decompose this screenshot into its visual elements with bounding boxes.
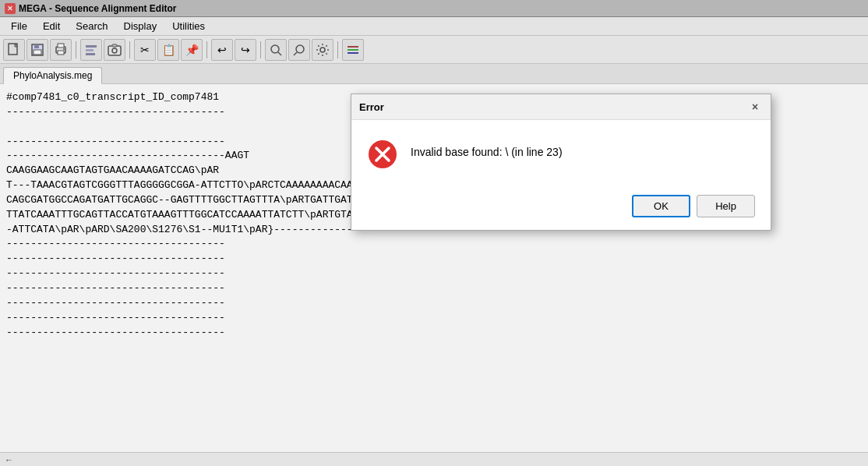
dialog-help-btn[interactable]: Help xyxy=(697,195,755,217)
error-icon xyxy=(367,139,398,170)
dialog-buttons: OK Help xyxy=(351,185,771,230)
dialog-close-btn[interactable]: × xyxy=(747,99,763,115)
dialog-message: Invalid base found: \ (in line 23) xyxy=(411,139,563,161)
dialog-title-bar: Error × xyxy=(351,94,771,120)
dialog-body: Invalid base found: \ (in line 23) xyxy=(351,120,771,185)
dialog-ok-btn[interactable]: OK xyxy=(632,195,690,217)
error-dialog: Error × Invalid base found: \ (in line 2… xyxy=(351,94,771,231)
dialog-overlay: Error × Invalid base found: \ (in line 2… xyxy=(0,0,868,466)
dialog-title: Error xyxy=(359,101,384,113)
